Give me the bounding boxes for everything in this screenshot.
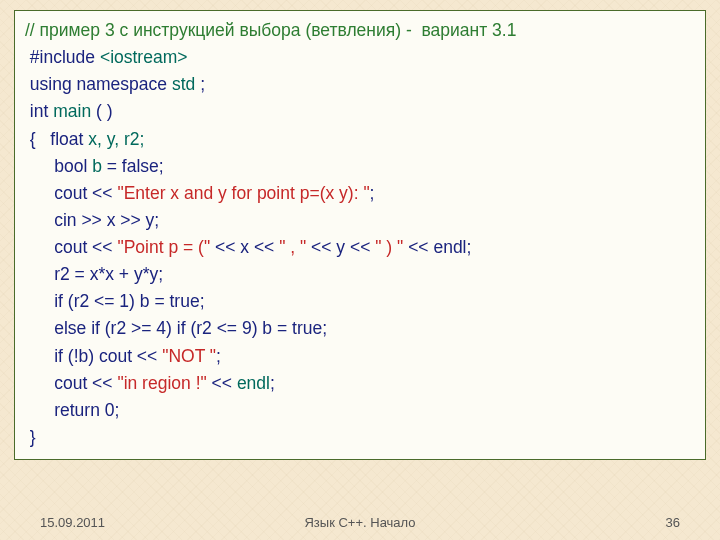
comment: // пример 3 с инструкцией выбора (ветвле…	[25, 20, 516, 40]
code-line: // пример 3 с инструкцией выбора (ветвле…	[25, 17, 695, 44]
code-line: int main ( )	[25, 98, 695, 125]
code-line: #include <iostream>	[25, 44, 695, 71]
code-line: if (r2 <= 1) b = true;	[25, 288, 695, 315]
footer-title: Язык С++. Начало	[304, 515, 415, 530]
code-line: cin >> x >> y;	[25, 207, 695, 234]
code-line: if (!b) cout << "NOT ";	[25, 343, 695, 370]
code-line: else if (r2 >= 4) if (r2 <= 9) b = true;	[25, 315, 695, 342]
code-line: { float x, y, r2;	[25, 126, 695, 153]
footer-date: 15.09.2011	[40, 515, 105, 530]
slide-footer: 15.09.2011 Язык С++. Начало 36	[0, 515, 720, 530]
code-line: }	[25, 424, 695, 451]
code-line: cout << "in region !" << endl;	[25, 370, 695, 397]
code-line: cout << "Enter x and y for point p=(x y)…	[25, 180, 695, 207]
footer-page: 36	[666, 515, 680, 530]
code-line: bool b = false;	[25, 153, 695, 180]
code-line: return 0;	[25, 397, 695, 424]
code-box: // пример 3 с инструкцией выбора (ветвле…	[14, 10, 706, 460]
code-line: using namespace std ;	[25, 71, 695, 98]
code-line: cout << "Point p = (" << x << " , " << y…	[25, 234, 695, 261]
code-line: r2 = x*x + y*y;	[25, 261, 695, 288]
